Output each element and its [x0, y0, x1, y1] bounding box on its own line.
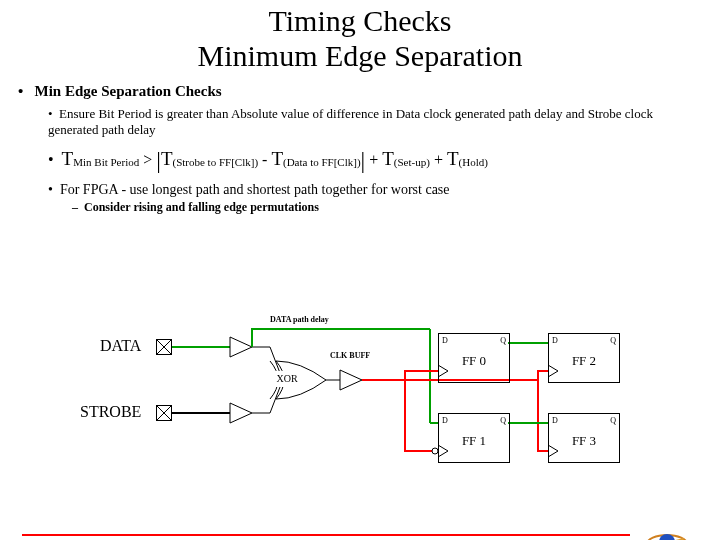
strobe-label: STROBE: [80, 403, 141, 421]
clk-buff-label: CLK BUFF: [330, 351, 370, 360]
data-path-label: DATA path delay: [270, 315, 329, 324]
heading-1: • Min Edge Separation Checks: [18, 83, 684, 100]
slide-title: Timing Checks Minimum Edge Separation: [0, 0, 720, 73]
slide: Timing Checks Minimum Edge Separation • …: [0, 0, 720, 540]
ff2: D Q FF 2: [548, 333, 620, 383]
ff1: D Q FF 1: [438, 413, 510, 463]
svg-marker-7: [340, 370, 362, 390]
bullet-ensure: • Ensure Bit Period is greater than Abso…: [48, 106, 684, 138]
ff0: D Q FF 0: [438, 333, 510, 383]
footer-rule: [22, 534, 630, 536]
title-line-1: Timing Checks: [268, 4, 451, 37]
bullet-fpga: • For FPGA - use longest path and shorte…: [48, 182, 684, 198]
bullet-permutations: – Consider rising and falling edge permu…: [72, 200, 684, 215]
mapld-logo-icon: [644, 528, 690, 540]
formula: • TMin Bit Period > |T(Strobe to FF[Clk]…: [48, 148, 684, 174]
ff3: D Q FF 3: [548, 413, 620, 463]
slide-body: • Min Edge Separation Checks • Ensure Bi…: [0, 73, 720, 215]
svg-marker-2: [230, 337, 252, 357]
data-label: DATA: [100, 337, 141, 355]
xor-label: XOR: [272, 371, 302, 387]
svg-marker-3: [230, 403, 252, 423]
strobe-port-icon: [156, 405, 172, 421]
timing-diagram: DATA STROBE DATA path delay CLK BUFF XOR…: [0, 315, 720, 485]
title-line-2: Minimum Edge Separation: [198, 39, 523, 72]
data-port-icon: [156, 339, 172, 355]
